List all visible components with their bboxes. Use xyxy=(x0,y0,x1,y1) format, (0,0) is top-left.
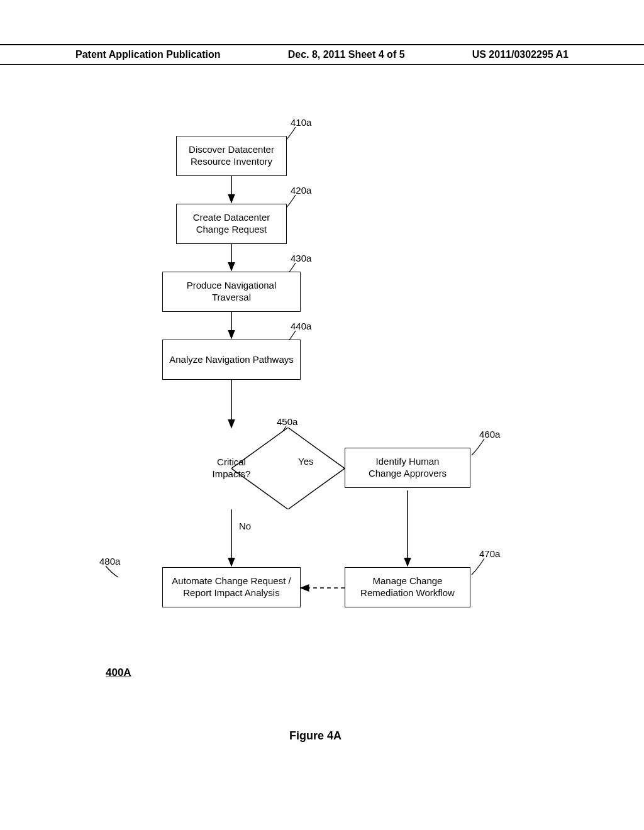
label-yes: Yes xyxy=(298,456,313,467)
ref-480a: 480a xyxy=(99,556,120,567)
page-header: Patent Application Publication Dec. 8, 2… xyxy=(0,44,644,65)
ref-460a: 460a xyxy=(479,429,500,440)
ref-450a: 450a xyxy=(277,416,297,427)
step-automate-report: Automate Change Request / Report Impact … xyxy=(162,567,301,607)
decision-critical-impacts: Critical Impacts? xyxy=(175,428,288,509)
ref-440a: 440a xyxy=(291,321,311,331)
step-label: Produce Navigational Traversal xyxy=(169,280,294,304)
step-label: Identify Human Change Approvers xyxy=(369,456,447,480)
step-label: Analyze Navigation Pathways xyxy=(169,354,294,366)
step-label: Create Datacenter Change Request xyxy=(193,212,270,236)
step-analyze-pathways: Analyze Navigation Pathways xyxy=(162,340,301,380)
ref-420a: 420a xyxy=(291,185,311,196)
label-no: No xyxy=(239,521,251,531)
header-left: Patent Application Publication xyxy=(75,49,221,60)
flowchart-diagram: Discover Datacenter Resource Inventory 4… xyxy=(0,113,644,679)
step-create-change-request: Create Datacenter Change Request xyxy=(176,204,287,244)
figure-caption: Figure 4A xyxy=(289,729,341,743)
step-produce-traversal: Produce Navigational Traversal xyxy=(162,272,301,312)
ref-430a: 430a xyxy=(291,253,311,263)
step-discover-inventory: Discover Datacenter Resource Inventory xyxy=(176,136,287,176)
header-center: Dec. 8, 2011 Sheet 4 of 5 xyxy=(288,49,405,60)
ref-410a: 410a xyxy=(291,117,311,128)
figure-id: 400A xyxy=(106,667,131,679)
decision-label: Critical Impacts? xyxy=(213,456,251,480)
step-identify-approvers: Identify Human Change Approvers xyxy=(345,448,470,488)
header-right: US 2011/0302295 A1 xyxy=(472,49,569,60)
step-manage-remediation: Manage Change Remediation Workflow xyxy=(345,567,470,607)
step-label: Manage Change Remediation Workflow xyxy=(360,575,455,599)
step-label: Discover Datacenter Resource Inventory xyxy=(189,144,274,168)
connectors xyxy=(0,113,644,679)
step-label: Automate Change Request / Report Impact … xyxy=(172,575,291,599)
ref-470a: 470a xyxy=(479,548,500,559)
